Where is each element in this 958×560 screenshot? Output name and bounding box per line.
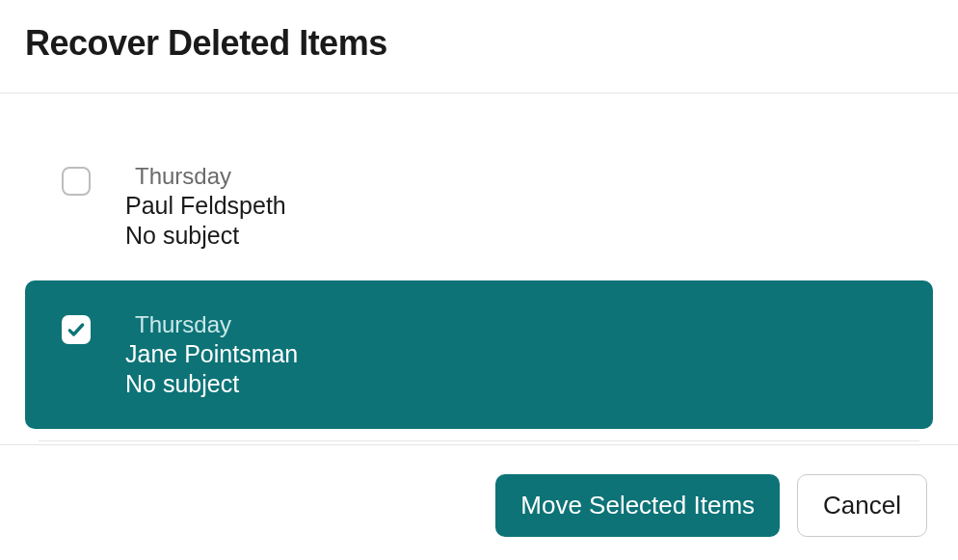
dialog-footer: Move Selected Items Cancel [0, 444, 958, 560]
item-checkbox[interactable] [62, 315, 91, 344]
move-selected-button[interactable]: Move Selected Items [495, 474, 780, 537]
divider [39, 440, 919, 441]
dialog-title: Recover Deleted Items [25, 23, 933, 64]
checkmark-icon [67, 320, 86, 339]
item-content: Thursday Paul Feldspeth No subject [125, 163, 286, 250]
item-date: Thursday [125, 163, 286, 190]
item-checkbox[interactable] [62, 167, 91, 196]
deleted-item-row[interactable]: Thursday Paul Feldspeth No subject [25, 132, 933, 280]
item-sender: Jane Pointsman [125, 340, 298, 368]
item-content: Thursday Jane Pointsman No subject [125, 311, 298, 398]
cancel-button[interactable]: Cancel [797, 474, 927, 537]
deleted-item-row[interactable]: Thursday Jane Pointsman No subject [25, 280, 933, 429]
item-subject: No subject [125, 370, 298, 398]
dialog-header: Recover Deleted Items [0, 0, 958, 93]
item-date: Thursday [125, 311, 298, 338]
items-list: Thursday Paul Feldspeth No subject Thurs… [0, 93, 958, 441]
item-sender: Paul Feldspeth [125, 192, 286, 220]
item-subject: No subject [125, 222, 286, 250]
